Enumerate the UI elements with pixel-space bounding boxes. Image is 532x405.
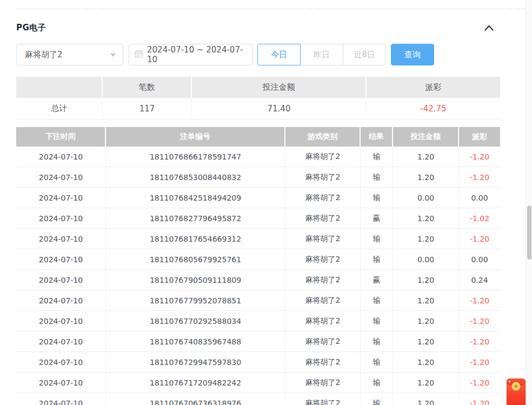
payout-cell: -1.20 (459, 331, 500, 352)
collapse-button[interactable] (482, 22, 496, 33)
bet-records-table: 下注时间 注单编号 游戏类别 结果 投注金额 派彩 2024-07-101811… (16, 127, 500, 405)
summary-header-row: 笔数 投注金额 派彩 (16, 77, 500, 98)
gold-coin-icon: ¥ (511, 382, 521, 391)
result-cell: 输 (361, 229, 393, 249)
result-cell: 输 (361, 188, 393, 208)
table-row: 2024-07-101811076790509111809麻将胡了2赢1.200… (16, 270, 500, 290)
result-cell: 赢 (361, 270, 393, 290)
order-id-cell: 1811076817654669312 (106, 229, 285, 249)
scrollbar-thumb[interactable] (527, 205, 531, 260)
game-type-cell: 麻将胡了2 (285, 188, 361, 208)
payout-cell: -1.20 (459, 311, 500, 331)
order-id-cell: 1811076740835967488 (106, 331, 285, 352)
table-row: 2024-07-101811076729947597830麻将胡了2输1.20-… (16, 352, 500, 373)
bet-amount-cell: 1.20 (393, 229, 459, 249)
filter-toolbar: 麻将胡了2 2024-07-10 ~ 2024-07-10 (16, 44, 434, 65)
summary-header-payout: 派彩 (367, 77, 500, 98)
payout-cell: -1.20 (459, 393, 500, 405)
red-envelope-icon[interactable]: ¥ (507, 379, 526, 405)
bet-time-cell: 2024-07-10 (16, 311, 106, 331)
bet-time-cell: 2024-07-10 (16, 373, 106, 393)
game-type-cell: 麻将胡了2 (285, 147, 361, 167)
order-id-cell: 1811076706736318976 (106, 393, 285, 405)
bet-amount-cell: 1.20 (393, 373, 459, 393)
header-game-type: 游戏类别 (285, 127, 361, 147)
bet-amount-cell: 1.20 (393, 352, 459, 373)
summary-count-value: 117 (103, 98, 192, 119)
bet-amount-cell: 0.00 (393, 188, 459, 208)
query-button[interactable]: 查询 (391, 44, 434, 65)
table-header-row: 下注时间 注单编号 游戏类别 结果 投注金额 派彩 (16, 127, 500, 147)
bet-time-cell: 2024-07-10 (16, 229, 106, 249)
order-id-cell: 1811076770292588034 (106, 311, 285, 331)
bet-amount-cell: 1.20 (393, 331, 459, 352)
summary-payout-value: -42.75 (367, 98, 500, 119)
table-row: 2024-07-101811076717209482242麻将胡了2输1.20-… (16, 373, 500, 393)
game-type-cell: 麻将胡了2 (285, 373, 361, 393)
bet-time-cell: 2024-07-10 (16, 188, 106, 208)
game-type-cell: 麻将胡了2 (285, 290, 361, 311)
bet-amount-cell: 1.20 (393, 147, 459, 167)
result-cell: 赢 (361, 208, 393, 229)
payout-cell: -1.20 (459, 290, 500, 311)
bet-time-cell: 2024-07-10 (16, 208, 106, 229)
game-select-value: 麻将胡了2 (25, 50, 63, 60)
header-bet-amount: 投注金额 (393, 127, 459, 147)
bet-time-cell: 2024-07-10 (16, 167, 106, 188)
table-row: 2024-07-101811076706736318976麻将胡了2输1.20-… (16, 393, 500, 405)
game-select[interactable]: 麻将胡了2 (16, 44, 123, 65)
game-type-cell: 麻将胡了2 (285, 270, 361, 290)
date-range-value: 2024-07-10 ~ 2024-07-10 (147, 45, 247, 64)
summary-header-blank (16, 77, 103, 98)
date-range-picker[interactable]: 2024-07-10 ~ 2024-07-10 (129, 44, 253, 65)
game-type-cell: 麻将胡了2 (285, 331, 361, 352)
last-8-days-button[interactable]: 近8日 (343, 44, 386, 65)
payout-cell: 0.24 (459, 270, 500, 290)
header-result: 结果 (361, 127, 393, 147)
panel-header: PG电子 (16, 22, 500, 34)
envelope-shine-dot (509, 381, 510, 382)
game-type-cell: 麻将胡了2 (285, 352, 361, 373)
order-id-cell: 1811076790509111809 (106, 270, 285, 290)
header-order-id: 注单编号 (106, 127, 285, 147)
header-payout: 派彩 (459, 127, 500, 147)
order-id-cell: 1811076866178591747 (106, 147, 285, 167)
game-type-cell: 麻将胡了2 (285, 229, 361, 249)
page-title: PG电子 (16, 23, 46, 33)
calendar-icon (135, 50, 147, 60)
order-id-cell: 1811076729947597830 (106, 352, 285, 373)
payout-cell: -1.20 (459, 229, 500, 249)
header-bet-time: 下注时间 (16, 127, 106, 147)
summary-header-count: 笔数 (103, 77, 192, 98)
payout-cell: 0.00 (459, 249, 500, 270)
summary-total-row: 总计 117 71.40 -42.75 (16, 98, 500, 119)
table-row: 2024-07-101811076817654669312麻将胡了2输1.20-… (16, 229, 500, 249)
today-button[interactable]: 今日 (257, 44, 301, 65)
result-cell: 输 (361, 147, 393, 167)
payout-cell: -1.20 (459, 373, 500, 393)
bet-time-cell: 2024-07-10 (16, 393, 106, 405)
vertical-scrollbar[interactable] (526, 0, 532, 405)
table-row: 2024-07-101811076779952078851麻将胡了2输1.20-… (16, 290, 500, 311)
table-row: 2024-07-101811076805679925761麻将胡了2输0.000… (16, 249, 500, 270)
game-type-cell: 麻将胡了2 (285, 311, 361, 331)
order-id-cell: 1811076853008440832 (106, 167, 285, 188)
bet-time-cell: 2024-07-10 (16, 352, 106, 373)
yesterday-button[interactable]: 昨日 (300, 44, 343, 65)
bet-amount-cell: 1.20 (393, 208, 459, 229)
chevron-up-icon (484, 23, 494, 33)
order-id-cell: 1811076717209482242 (106, 373, 285, 393)
game-type-cell: 麻将胡了2 (285, 393, 361, 405)
result-cell: 输 (361, 290, 393, 311)
game-type-cell: 麻将胡了2 (285, 249, 361, 270)
result-cell: 输 (361, 167, 393, 188)
bet-time-cell: 2024-07-10 (16, 331, 106, 352)
bet-amount-cell: 1.20 (393, 393, 459, 405)
game-type-cell: 麻将胡了2 (285, 167, 361, 188)
result-cell: 输 (361, 311, 393, 331)
table-row: 2024-07-101811076740835967488麻将胡了2输1.20-… (16, 331, 500, 352)
order-id-cell: 1811076842518494209 (106, 188, 285, 208)
bet-amount-cell: 1.20 (393, 311, 459, 331)
order-id-cell: 1811076779952078851 (106, 290, 285, 311)
table-row: 2024-07-101811076770292588034麻将胡了2输1.20-… (16, 311, 500, 331)
